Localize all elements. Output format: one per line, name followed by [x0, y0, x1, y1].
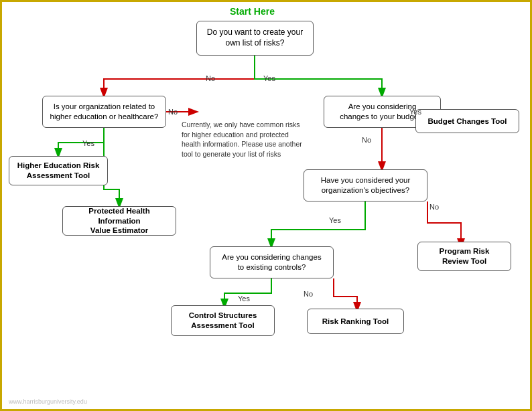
label-no5: No	[304, 290, 313, 298]
node-controls-label: Are you considering changes to existing …	[222, 252, 321, 272]
node-org-check: Is your organization related to higher e…	[42, 96, 166, 128]
node-higher-ed-label: Higher Education Risk Assessment Tool	[17, 161, 100, 181]
label-yes3: Yes	[409, 108, 421, 116]
node-program-review-label: Program Risk Review Tool	[440, 246, 490, 266]
node-control-struct: Control Structures Assessment Tool	[171, 305, 275, 336]
node-org-label: Is your organization related to higher e…	[50, 102, 159, 122]
node-higher-ed: Higher Education Risk Assessment Tool	[9, 156, 108, 185]
node-obj-label: Have you considered your organization's …	[321, 175, 411, 195]
node-risk-ranking: Risk Ranking Tool	[307, 309, 404, 334]
node-start: Do you want to create your own list of r…	[196, 21, 314, 56]
label-no3: No	[362, 136, 371, 144]
node-control-struct-label: Control Structures Assessment Tool	[189, 311, 257, 331]
label-no1: No	[206, 74, 215, 82]
node-obj-check: Have you considered your organization's …	[304, 169, 427, 201]
node-controls-check: Are you considering changes to existing …	[210, 246, 334, 278]
note-text: Currently, we only have common risks for…	[182, 120, 309, 159]
label-no2: No	[168, 108, 178, 116]
node-phi-label: Protected Health Information Value Estim…	[68, 206, 170, 236]
node-risk-ranking-label: Risk Ranking Tool	[322, 317, 389, 327]
node-budget-tool-label: Budget Changes Tool	[428, 116, 507, 127]
node-program-review: Program Risk Review Tool	[417, 242, 511, 271]
watermark: www.harrisburguniversity.edu	[9, 398, 87, 405]
start-label: Start Here	[230, 6, 275, 17]
label-yes4: Yes	[329, 216, 341, 224]
label-yes5: Yes	[238, 295, 250, 303]
label-yes2: Yes	[82, 139, 94, 147]
node-budget-tool: Budget Changes Tool	[415, 109, 519, 133]
label-no4: No	[429, 203, 439, 211]
flowchart: Start Here Do you want to create your ow…	[2, 2, 530, 409]
node-phi: Protected Health Information Value Estim…	[62, 206, 176, 236]
node-start-label: Do you want to create your own list of r…	[207, 27, 303, 48]
label-yes1: Yes	[263, 74, 275, 82]
